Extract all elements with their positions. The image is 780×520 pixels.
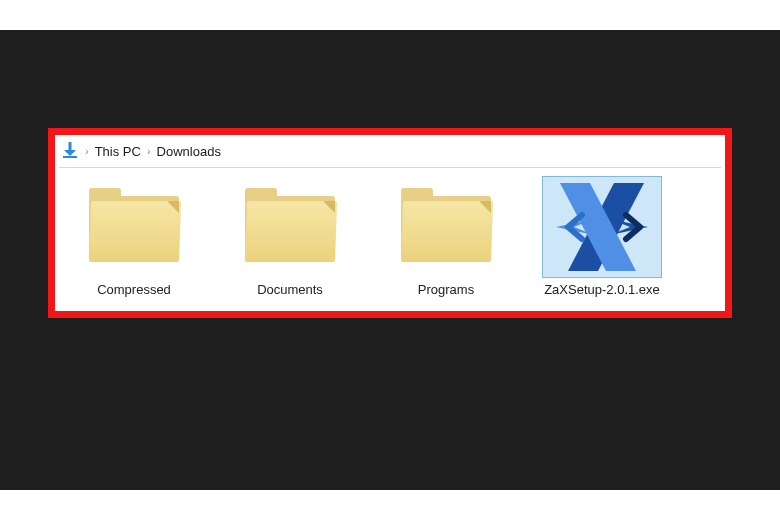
- icon-wrap: [386, 176, 506, 278]
- item-label: ZaXSetup-2.0.1.exe: [544, 282, 660, 297]
- explorer-window-highlighted: › This PC › Downloads Compressed: [48, 128, 732, 318]
- folder-icon: [245, 188, 335, 266]
- folder-item-compressed[interactable]: Compressed: [65, 176, 203, 297]
- chevron-right-icon: ›: [85, 145, 89, 157]
- folder-icon: [89, 188, 179, 266]
- icon-wrap: [74, 176, 194, 278]
- item-label: Compressed: [97, 282, 171, 297]
- folder-item-programs[interactable]: Programs: [377, 176, 515, 297]
- icon-wrap: [542, 176, 662, 278]
- folder-icon: [401, 188, 491, 266]
- breadcrumb[interactable]: › This PC › Downloads: [55, 135, 725, 167]
- breadcrumb-part[interactable]: This PC: [95, 144, 141, 159]
- folder-item-documents[interactable]: Documents: [221, 176, 359, 297]
- breadcrumb-part[interactable]: Downloads: [157, 144, 221, 159]
- icon-wrap: [230, 176, 350, 278]
- stage: › This PC › Downloads Compressed: [0, 0, 780, 520]
- item-label: Programs: [418, 282, 474, 297]
- chevron-right-icon: ›: [147, 145, 151, 157]
- file-item-zax-setup[interactable]: ZaXSetup-2.0.1.exe: [533, 176, 671, 297]
- zax-app-icon: [552, 179, 652, 275]
- items-area: Compressed Documents Programs: [55, 168, 725, 297]
- svg-rect-0: [63, 156, 77, 158]
- item-label: Documents: [257, 282, 323, 297]
- download-arrow-icon: [61, 141, 79, 162]
